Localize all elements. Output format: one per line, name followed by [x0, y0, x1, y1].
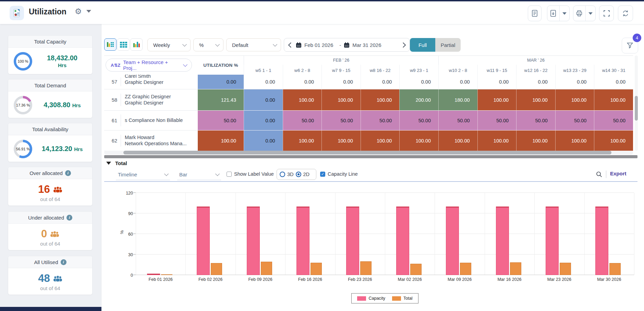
info-icon[interactable]: i [61, 259, 66, 265]
print-button[interactable] [573, 5, 596, 21]
y-tick-mark [133, 234, 136, 234]
resource-row-name[interactable]: 58ZZ Graphic DesignerGraphic Designer [104, 89, 198, 111]
capacity-bar[interactable] [496, 207, 509, 275]
print-options-caret[interactable] [586, 6, 595, 21]
report-button[interactable] [528, 5, 542, 21]
capacity-bar[interactable] [446, 207, 459, 275]
capacity-bar[interactable] [197, 207, 210, 275]
next-period-button[interactable] [398, 38, 410, 51]
unit-select[interactable]: % [193, 38, 223, 51]
x-axis-label: Feb 09 2026 [235, 277, 285, 282]
print-icon[interactable] [573, 6, 585, 21]
app-window: Utilization ⚙ [0, 0, 644, 311]
vertical-scrollbar-thumb[interactable] [635, 96, 638, 121]
total-section-collapse[interactable]: Total [106, 160, 127, 166]
utilization-column-header: UTILIZATION % [198, 56, 244, 75]
export-link[interactable]: Export [610, 171, 627, 176]
info-icon[interactable]: i [66, 215, 72, 221]
period-select[interactable]: Weekly [147, 38, 191, 51]
total-bar[interactable] [261, 262, 272, 275]
toggle-option-partial[interactable]: Partial [435, 38, 461, 52]
capacity-bar[interactable] [147, 274, 160, 275]
resource-row-name[interactable]: 61s Compliance Non Billable [104, 111, 198, 130]
prev-period-button[interactable] [284, 38, 296, 51]
resource-role: Graphic Designer [125, 100, 171, 106]
capacity-bar[interactable] [346, 207, 359, 275]
legend-item-capacity[interactable]: Capacity [357, 296, 385, 301]
total-bar[interactable] [510, 262, 521, 275]
total-bar[interactable] [609, 263, 621, 275]
info-icon[interactable]: i [65, 170, 71, 176]
view-mode-chart-button[interactable] [130, 38, 143, 51]
radio-3d[interactable] [280, 172, 285, 177]
date-from-value[interactable]: Feb 01 2026 [304, 42, 333, 48]
date-range-picker: Feb 01 2026 - Mar 31 2026 [284, 38, 410, 52]
capacity-bar[interactable] [247, 207, 260, 275]
capacity-bar[interactable] [595, 207, 608, 275]
utilization-bar-chart: 0306090120%Feb 01 2026Feb 02 2026Feb 09 … [136, 185, 634, 275]
view-mode-grid-button[interactable] [117, 38, 130, 51]
period-select-value: Weekly [153, 42, 170, 48]
total-bar[interactable] [560, 263, 571, 275]
card-body: 17.36 %4,308.80 Hrs [8, 91, 92, 118]
download-options-caret[interactable] [560, 6, 569, 21]
legend-label: Total [403, 296, 412, 301]
total-bar[interactable] [360, 261, 372, 275]
title-dropdown-caret[interactable] [86, 10, 91, 13]
date-to-value[interactable]: Mar 31 2026 [352, 42, 381, 48]
legend-item-total[interactable]: Total [392, 296, 412, 301]
calendar-icon[interactable] [296, 42, 302, 48]
summary-card-all-utilised: All Utilisedi48out of 64 [8, 256, 93, 295]
total-bar[interactable] [460, 263, 471, 275]
y-tick-mark [133, 213, 136, 213]
x-axis-label: Feb 16 2026 [285, 277, 335, 282]
refresh-button[interactable] [618, 5, 633, 21]
group-by-sort-select[interactable]: A⇅ZTeam + Resource + Proj... [106, 59, 192, 72]
capacity-bar[interactable] [296, 207, 309, 275]
week-value-cell: 100.00 [399, 130, 438, 151]
fullscreen-button[interactable] [599, 5, 614, 21]
main-content: Weekly % Default Feb 01 2026 - [101, 24, 644, 311]
radio-2d[interactable] [296, 172, 301, 177]
total-bar[interactable] [410, 264, 422, 275]
horizontal-scrollbar-thumb[interactable] [123, 151, 611, 154]
timeline-select[interactable]: Timeline [116, 169, 170, 180]
total-bar[interactable] [211, 263, 222, 275]
card-title-row: Over allocatedi [8, 167, 92, 179]
gridline-vertical [136, 193, 136, 275]
legend-wrap: CapacityTotal [136, 293, 634, 303]
x-axis-label: Mar 16 2026 [485, 277, 534, 282]
week-value-cell: 100.00 [361, 89, 400, 111]
week-value-cell: 100.00 [321, 89, 361, 111]
week-value-cell: 0.00 [244, 75, 283, 89]
download-icon[interactable] [547, 6, 559, 21]
chart-zoom-icon[interactable] [596, 171, 603, 178]
month-header-feb-26: FEB ' 26 [244, 56, 438, 65]
total-bar[interactable] [161, 274, 172, 275]
utilization-cell: 50.00 [198, 111, 244, 130]
toggle-option-full[interactable]: Full [410, 38, 435, 52]
week-header: w13 23 - 29 [555, 65, 594, 75]
card-body: 48out of 64 [8, 268, 92, 295]
panel-splitter-handle[interactable] [104, 155, 637, 158]
chart-type-select[interactable]: Bar [177, 169, 221, 180]
show-label-value-checkbox[interactable] [227, 172, 232, 177]
capacity-bar[interactable] [396, 207, 409, 275]
resource-name-block: ZZ Graphic DesignerGraphic Designer [125, 94, 171, 106]
total-bar[interactable] [311, 263, 322, 275]
x-axis-label: Mar 23 2026 [534, 277, 584, 282]
chart-type-select-value: Bar [179, 172, 187, 177]
y-tick-label: 90 [118, 211, 133, 216]
resource-row-name[interactable]: 57Carel SmithGraphic Designer [104, 75, 198, 89]
resource-row-name[interactable]: 62Mark HowardNetwork Operations Mana... [104, 130, 198, 151]
settings-gear-icon[interactable]: ⚙ [75, 7, 82, 16]
summary-card-total-availability: Total Availability56.91 %14,123.20 Hrs [8, 123, 93, 162]
calendar-icon[interactable] [344, 42, 350, 48]
week-header: w9 23 - 1 [399, 65, 438, 75]
preset-select[interactable]: Default [226, 38, 281, 51]
capacity-line-checkbox[interactable] [320, 172, 325, 177]
capacity-bar[interactable] [546, 207, 559, 275]
view-mode-combo-button[interactable] [104, 38, 117, 51]
export-download-button[interactable] [547, 5, 570, 21]
row-number: 57 [104, 79, 117, 85]
